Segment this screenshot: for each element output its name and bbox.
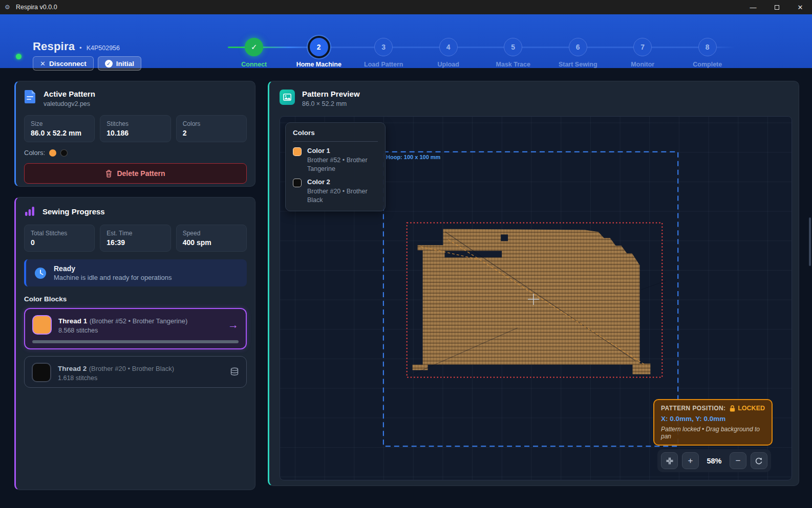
stat-total-stitches: Total Stitches 0: [24, 225, 95, 252]
step-start-sewing[interactable]: 6 Start Sewing: [546, 38, 611, 75]
status-description: Machine is idle and ready for operations: [54, 274, 172, 281]
connection-status-dot: [16, 54, 22, 59]
step-number: 7: [640, 43, 645, 51]
initial-button[interactable]: ✓ Initial: [98, 56, 141, 71]
stat-speed: Speed 400 spm: [176, 225, 247, 252]
zoom-out-button[interactable]: −: [730, 452, 746, 469]
close-icon: ✕: [798, 4, 803, 11]
thread-detail: (Brother #20 • Brother Black): [89, 365, 174, 372]
step-label: Monitor: [631, 61, 654, 68]
preview-dimensions: 86.0 × 52.2 mm: [302, 100, 360, 107]
close-button[interactable]: ✕: [788, 0, 812, 14]
preview-title: Pattern Preview: [302, 90, 360, 98]
thread-stitch-count: 8.568 stitches: [58, 327, 187, 334]
maximize-button[interactable]: [765, 0, 788, 14]
hoop-label: Hoop: 100 x 100 mm: [386, 154, 440, 160]
fit-view-button[interactable]: [661, 452, 678, 469]
check-circle-icon: ✓: [105, 60, 113, 68]
step-upload[interactable]: 4 Upload: [416, 38, 481, 75]
legend-name: Color 1: [307, 147, 378, 154]
pattern-filename: valetudogv2.pes: [44, 100, 95, 107]
plus-icon: +: [688, 456, 693, 466]
app-header: Respira • K4P502956 ✕ Disconnect ✓ Initi…: [0, 14, 812, 68]
minimize-button[interactable]: —: [741, 0, 765, 14]
step-load-pattern[interactable]: 3 Load Pattern: [351, 38, 416, 75]
legend-color-1: Color 1 Brother #52 • Brother Tangerine: [293, 147, 378, 173]
legend-swatch-2: [293, 179, 302, 187]
legend-swatch-1: [293, 147, 302, 156]
step-progress-bar: ✓ Connect 2 Home Machine 3 Load Pattern …: [222, 38, 740, 75]
stat-label: Est. Time: [106, 230, 164, 237]
stat-value: 0: [31, 238, 88, 247]
position-coordinates: X: 0.0mm, Y: 0.0mm: [661, 415, 765, 423]
stat-label: Colors: [183, 120, 240, 127]
image-icon: [280, 90, 295, 105]
stat-label: Stitches: [106, 120, 164, 127]
step-number: 4: [446, 43, 451, 51]
compress-icon: [666, 457, 674, 465]
refresh-icon: [755, 457, 763, 465]
step-connect[interactable]: ✓ Connect: [222, 38, 287, 75]
step-monitor[interactable]: 7 Monitor: [610, 38, 675, 75]
thread-detail: (Brother #52 • Brother Tangerine): [90, 317, 187, 325]
preview-canvas[interactable]: Hoop: 100 x 100 mm Colors Color 1 Brothe…: [280, 116, 792, 480]
thread-2-swatch: [32, 363, 51, 382]
minus-icon: −: [735, 456, 740, 466]
delete-pattern-label: Delete Pattern: [117, 169, 165, 178]
step-number: 8: [706, 43, 710, 51]
status-title: Ready: [54, 264, 172, 273]
separator: •: [79, 44, 82, 52]
window-titlebar: ⚙ Respira v0.0.0 — ✕: [0, 0, 812, 14]
thread-2-card[interactable]: Thread 2 (Brother #20 • Brother Black) 1…: [24, 356, 247, 388]
color-blocks-heading: Color Blocks: [24, 295, 247, 303]
stat-est-time: Est. Time 16:39: [100, 225, 170, 252]
colors-legend-title: Colors: [293, 129, 378, 137]
stat-size: Size 86.0 x 52.2 mm: [24, 115, 95, 142]
stat-stitches: Stitches 10.186: [100, 115, 170, 142]
color-swatch-orange: [49, 149, 56, 157]
stat-label: Total Stitches: [31, 230, 88, 237]
step-label: Upload: [438, 61, 459, 68]
colors-legend-panel: Colors Color 1 Brother #52 • Brother Tan…: [285, 122, 386, 211]
step-label: Start Sewing: [559, 61, 597, 68]
step-home-machine[interactable]: 2 Home Machine: [287, 38, 352, 75]
thread-stitch-count: 1.618 stitches: [58, 374, 174, 382]
step-number: 6: [576, 43, 580, 51]
clock-icon: [33, 266, 48, 280]
thread-name: Thread 1: [58, 317, 87, 325]
delete-pattern-button[interactable]: Delete Pattern: [24, 163, 247, 184]
app-icon: ⚙: [5, 4, 12, 11]
stat-value: 86.0 x 52.2 mm: [31, 129, 88, 137]
machine-status-box: Ready Machine is idle and ready for oper…: [24, 259, 247, 286]
legend-color-2: Color 2 Brother #20 • Brother Black: [293, 178, 378, 205]
reset-view-button[interactable]: [751, 452, 767, 469]
stat-colors: Colors 2: [176, 115, 247, 142]
step-check-icon: ✓: [251, 42, 258, 52]
window-scrollbar[interactable]: [809, 217, 811, 266]
zoom-in-button[interactable]: +: [682, 452, 699, 469]
main-content: Active Pattern valetudogv2.pes Size 86.0…: [0, 68, 812, 508]
thread-1-progress-bar: [32, 340, 239, 343]
document-icon: [24, 90, 36, 104]
step-label: Home Machine: [296, 61, 341, 68]
initial-label: Initial: [116, 60, 134, 68]
step-mask-trace[interactable]: 5 Mask Trace: [481, 38, 546, 75]
bar-chart-icon: [24, 206, 35, 217]
step-label: Complete: [693, 61, 722, 68]
app-name: Respira: [33, 40, 75, 53]
lock-icon: [730, 405, 735, 412]
embroidery-pattern: [409, 229, 666, 376]
active-pattern-card: Active Pattern valetudogv2.pes Size 86.0…: [14, 81, 255, 187]
machine-id: K4P502956: [87, 45, 120, 52]
position-label: PATTERN POSITION:: [661, 405, 725, 412]
arrow-right-icon: →: [228, 319, 239, 331]
sewing-progress-title: Sewing Progress: [42, 207, 105, 216]
pattern-preview-panel: Pattern Preview 86.0 × 52.2 mm: [268, 81, 799, 486]
step-complete[interactable]: 8 Complete: [675, 38, 740, 75]
stat-label: Size: [31, 120, 88, 127]
layers-icon: [230, 367, 239, 378]
disconnect-button[interactable]: ✕ Disconnect: [33, 56, 94, 71]
thread-1-card[interactable]: Thread 1 (Brother #52 • Brother Tangerin…: [24, 308, 247, 349]
thread-name: Thread 2: [58, 365, 87, 372]
stat-value: 400 spm: [183, 238, 240, 247]
